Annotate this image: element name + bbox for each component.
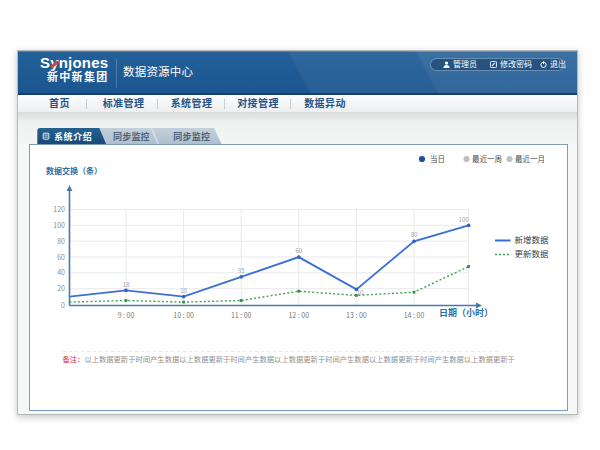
系统名称: 数据资源中心	[123, 65, 193, 77]
svg-text:20: 20	[57, 283, 65, 293]
svg-text:100: 100	[53, 219, 65, 229]
svg-text:60: 60	[295, 246, 302, 255]
svg-text:最近一月: 最近一月	[515, 152, 545, 163]
svg-text:10: 10	[356, 288, 363, 297]
svg-text:35: 35	[237, 266, 244, 275]
主导航: 首页 标准管理 系统管理 对接管理 数据异动	[18, 95, 577, 113]
svg-text:13 : 00: 13 : 00	[346, 310, 367, 320]
svg-text:18: 18	[122, 279, 129, 288]
用户工具栏: 管理员 修改密码 退出	[430, 58, 564, 71]
svg-text:最近一周: 最近一周	[472, 152, 502, 163]
选项卡: 系统介绍 同步监控 同步监控	[31, 128, 231, 145]
svg-text:60: 60	[57, 251, 65, 261]
svg-text:10 : 00: 10 : 00	[173, 310, 194, 320]
首页[interactable]: 首页	[49, 98, 70, 108]
svg-text:80: 80	[410, 230, 417, 239]
数据交换折线图: 当日 最近一周 最近一月 数据交换（条） 日期（小时）	[30, 145, 567, 410]
svg-text:0: 0	[61, 299, 65, 309]
图例: 新增数据 更新数据	[495, 233, 549, 259]
svg-text:9 : 00: 9 : 00	[117, 310, 134, 320]
svg-text:日期（小时）: 日期（小时）	[439, 306, 493, 319]
logo: Synjones 新中新集团	[40, 55, 109, 83]
svg-text:系统介绍: 系统介绍	[54, 129, 92, 142]
svg-text:14 : 00: 14 : 00	[403, 310, 424, 320]
系统介绍面板: 当日 最近一周 最近一月 数据交换（条） 日期（小时）	[29, 144, 568, 411]
svg-text:120: 120	[53, 204, 65, 214]
系统管理[interactable]: 系统管理	[171, 98, 213, 108]
修改密码[interactable]: 修改密码	[490, 60, 532, 68]
svg-text:更新数据: 更新数据	[514, 247, 549, 259]
管理员[interactable]: 管理员	[443, 60, 477, 68]
周期选择: 当日 最近一周 最近一月	[418, 152, 544, 163]
svg-text:10: 10	[180, 285, 187, 294]
svg-text:同步监控: 同步监控	[173, 129, 210, 142]
svg-text:同步监控: 同步监控	[113, 129, 150, 142]
对接管理[interactable]: 对接管理	[237, 98, 279, 108]
数据异动[interactable]: 数据异动	[304, 98, 346, 108]
svg-text:备注：以上数据更新于时间产生数据以上数据更新于时间产生数据以: 备注：以上数据更新于时间产生数据以上数据更新于时间产生数据以上数据更新于时间产生…	[62, 354, 514, 364]
svg-text:80: 80	[57, 235, 65, 245]
svg-text:12 : 00: 12 : 00	[288, 310, 309, 320]
顶部标题栏: Synjones 新中新集团 数据资源中心 管理员 修改密码 退出	[18, 51, 577, 95]
数据资源中心页面: Synjones 新中新集团 数据资源中心 管理员 修改密码 退出 首页 标准管…	[0, 0, 600, 450]
主窗口: Synjones 新中新集团 数据资源中心 管理员 修改密码 退出 首页 标准管…	[17, 50, 578, 415]
svg-text:数据交换（条）: 数据交换（条）	[46, 165, 102, 176]
标准管理[interactable]: 标准管理	[103, 98, 145, 108]
svg-text:11 : 00: 11 : 00	[230, 310, 251, 320]
svg-text:当日: 当日	[430, 152, 445, 163]
svg-text:新增数据: 新增数据	[514, 233, 549, 245]
退出[interactable]: 退出	[540, 60, 566, 68]
svg-text:100: 100	[458, 214, 469, 223]
选项卡区: 系统介绍 同步监控 同步监控	[18, 112, 577, 144]
svg-text:40: 40	[57, 267, 65, 277]
